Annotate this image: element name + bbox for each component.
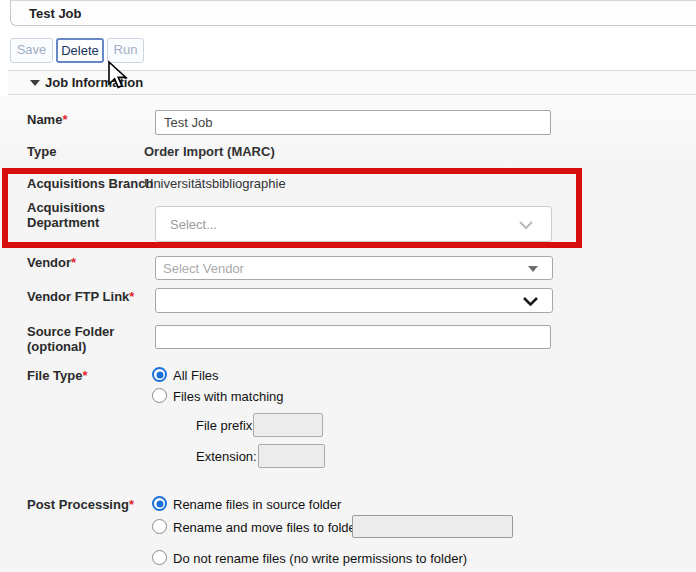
type-value: Order Import (MARC) bbox=[144, 144, 275, 159]
acq-department-select[interactable]: Select... bbox=[155, 206, 552, 242]
radio-files-matching-label: Files with matching bbox=[173, 389, 284, 404]
section-job-information[interactable]: Job Information bbox=[8, 70, 696, 95]
radio-no-rename[interactable] bbox=[152, 550, 167, 565]
file-prefix-input[interactable] bbox=[253, 413, 323, 437]
radio-no-rename-label: Do not rename files (no write permission… bbox=[173, 551, 467, 566]
save-button[interactable]: Save bbox=[10, 38, 53, 63]
name-label: Name* bbox=[27, 112, 67, 127]
source-folder-input[interactable] bbox=[155, 325, 551, 349]
vendor-ftp-label: Vendor FTP Link* bbox=[27, 289, 134, 304]
vendor-label: Vendor* bbox=[27, 255, 76, 270]
title-panel: Test Job bbox=[10, 0, 696, 26]
required-asterisk: * bbox=[71, 255, 76, 270]
page-title: Test Job bbox=[29, 6, 82, 21]
vendor-combobox[interactable]: Select Vendor bbox=[155, 256, 553, 280]
radio-rename-source-label: Rename files in source folder bbox=[173, 497, 341, 512]
extension-input[interactable] bbox=[258, 444, 325, 468]
delete-button[interactable]: Delete bbox=[56, 38, 104, 63]
radio-rename-source[interactable] bbox=[152, 496, 167, 511]
radio-all-files[interactable] bbox=[152, 367, 167, 382]
acq-department-placeholder: Select... bbox=[156, 217, 217, 232]
acq-branch-value: Universitätsbibliographie bbox=[144, 176, 286, 191]
vendor-placeholder: Select Vendor bbox=[156, 261, 244, 276]
move-folder-input[interactable] bbox=[352, 515, 513, 538]
section-title: Job Information bbox=[45, 75, 143, 90]
required-asterisk: * bbox=[129, 497, 134, 512]
vendor-ftp-select[interactable] bbox=[155, 288, 553, 313]
job-edit-page: Test Job Save Delete Run Job Information… bbox=[0, 0, 696, 572]
file-type-label: File Type* bbox=[27, 368, 87, 383]
chevron-down-icon bbox=[519, 221, 533, 230]
radio-all-files-label: All Files bbox=[173, 368, 219, 383]
required-asterisk: * bbox=[82, 368, 87, 383]
type-label: Type bbox=[27, 144, 56, 159]
radio-rename-move-label: Rename and move files to folder bbox=[173, 520, 360, 535]
extension-label: Extension: bbox=[196, 449, 257, 464]
acq-branch-label: Acquisitions Branch bbox=[27, 176, 153, 191]
source-folder-label: Source Folder (optional) bbox=[27, 324, 114, 354]
post-processing-label: Post Processing* bbox=[27, 497, 134, 512]
required-asterisk: * bbox=[129, 289, 134, 304]
radio-files-matching[interactable] bbox=[152, 388, 167, 403]
file-prefix-label: File prefix bbox=[196, 418, 252, 433]
chevron-down-bold-icon bbox=[523, 297, 538, 306]
triangle-down-icon bbox=[528, 266, 538, 272]
name-input[interactable] bbox=[155, 110, 551, 135]
collapse-triangle-icon[interactable] bbox=[30, 80, 40, 86]
run-button[interactable]: Run bbox=[107, 38, 144, 63]
required-asterisk: * bbox=[62, 112, 67, 127]
radio-rename-move[interactable] bbox=[152, 519, 167, 534]
acq-department-label: Acquisitions Department bbox=[27, 200, 105, 230]
